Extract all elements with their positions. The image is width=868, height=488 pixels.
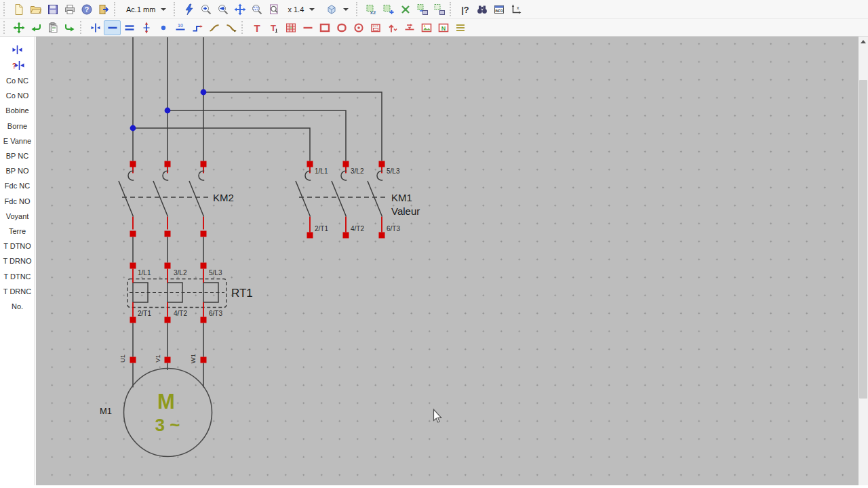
- undo-button[interactable]: [27, 20, 44, 35]
- toolbar-grip: [3, 21, 8, 34]
- view-3d-dropdown[interactable]: [320, 1, 354, 18]
- scrollbar-thumb[interactable]: [859, 80, 867, 399]
- palette-item-t-drno[interactable]: T DRNO: [0, 253, 35, 268]
- wire-step-button[interactable]: [189, 20, 205, 35]
- palette-item-t-dtnc[interactable]: T DTNC: [0, 268, 35, 283]
- lightning-icon: [183, 3, 195, 16]
- palette-item-fdc-no[interactable]: Fdc NO: [0, 194, 35, 209]
- junction-help-icon: ?: [10, 60, 24, 70]
- contactor-km1[interactable]: 1/L1 3/L2 5/L3 2/T1 4/T2 6/T3 KM1 Valeur: [296, 161, 420, 239]
- palette-item-no[interactable]: No.: [0, 299, 35, 314]
- exit-button[interactable]: [95, 2, 112, 17]
- arrow-up-button[interactable]: [384, 20, 401, 35]
- vertical-scrollbar[interactable]: [859, 37, 868, 485]
- cable-curve-left-button[interactable]: [205, 20, 222, 35]
- zoom-dropdown[interactable]: x 1.4: [282, 3, 320, 16]
- svg-text:FCT: FCT: [372, 24, 378, 28]
- find-button[interactable]: [473, 2, 490, 17]
- text-edit-button[interactable]: T: [265, 20, 282, 35]
- zoom-in-button[interactable]: [197, 2, 214, 17]
- import-block-button[interactable]: [431, 2, 448, 17]
- redraw-button[interactable]: [180, 2, 197, 17]
- cable-curve-left-icon: [208, 22, 220, 34]
- line-button[interactable]: [299, 20, 316, 35]
- palette-item-co-no[interactable]: Co NO: [0, 88, 35, 103]
- insert-junction-button[interactable]: [87, 20, 104, 35]
- palette-item-e-vanne[interactable]: E Vanne: [0, 134, 35, 148]
- layer-lines-button[interactable]: [452, 20, 469, 35]
- palette-item-borne[interactable]: Borne: [0, 119, 35, 134]
- rt1-terminal-label: 4/T2: [174, 310, 187, 317]
- toolbar-grip: [80, 21, 85, 34]
- move-button[interactable]: [10, 20, 27, 35]
- km1-terminal-label: 6/T3: [387, 225, 400, 232]
- svg-text:x2: x2: [370, 9, 376, 15]
- print-button[interactable]: [61, 2, 78, 17]
- thermal-relay-rt1[interactable]: 1/L1 3/L2 5/L3 2/T1 4/T2 6/T3 RT1: [127, 263, 253, 323]
- wire-arrow-button[interactable]: [401, 20, 418, 35]
- wire-horizontal-button[interactable]: [104, 20, 121, 35]
- export-block-button[interactable]: [414, 2, 431, 17]
- add-element-button[interactable]: [380, 2, 397, 17]
- open-file-button[interactable]: [27, 2, 44, 17]
- palette-item-voyant[interactable]: Voyant: [0, 209, 35, 224]
- motor-phase: 3 ~: [155, 415, 180, 435]
- paste-button[interactable]: [44, 20, 61, 35]
- drawing-canvas[interactable]: KM2 1/L1 3/L2 5/L3 2/T1 4/T2 6/T3 KM1 Va…: [36, 37, 859, 485]
- import-block-icon: [433, 3, 446, 16]
- delete-element-button[interactable]: [397, 2, 414, 17]
- help-button[interactable]: ?: [78, 2, 95, 17]
- palette-junction-tool[interactable]: [12, 42, 23, 58]
- wire-node-button[interactable]: [155, 20, 172, 35]
- palette-item-bobine[interactable]: Bobine: [0, 103, 35, 118]
- new-file-button[interactable]: [10, 2, 27, 17]
- scale-dropdown-value: Ac.1 mm: [126, 5, 155, 14]
- circle-button[interactable]: [350, 20, 367, 35]
- element-info-button[interactable]: INFO: [490, 2, 507, 17]
- scroll-up-button[interactable]: [859, 37, 868, 47]
- cable-curve-right-button[interactable]: [222, 20, 239, 35]
- zoom-page-button[interactable]: [265, 2, 282, 17]
- context-help-button[interactable]: |?: [456, 2, 473, 17]
- open-folder-icon: [30, 3, 42, 16]
- insert-image-button[interactable]: [418, 20, 435, 35]
- table-button[interactable]: [282, 20, 299, 35]
- zoom-previous-icon: [217, 3, 229, 16]
- contactor-km2[interactable]: KM2: [119, 161, 234, 237]
- palette-item-fdc-nc[interactable]: Fdc NC: [0, 178, 35, 193]
- redo-button[interactable]: [61, 20, 78, 35]
- km2-label: KM2: [213, 192, 234, 203]
- palette-item-t-drnc[interactable]: T DRNC: [0, 284, 35, 299]
- km1-terminal-label: 1/L1: [315, 167, 328, 175]
- add-element-icon: [382, 3, 395, 16]
- palette-item-bp-no[interactable]: BP NO: [0, 163, 35, 178]
- text-button[interactable]: T: [248, 20, 265, 35]
- svg-text:10: 10: [178, 23, 183, 28]
- numbering-button[interactable]: N: [435, 20, 452, 35]
- palette-item-co-nc[interactable]: Co NC: [0, 73, 35, 88]
- wire-vertical-button[interactable]: [138, 20, 155, 35]
- arrow-up-icon: [387, 22, 399, 34]
- wire-double-button[interactable]: [121, 20, 138, 35]
- zoom-window-button[interactable]: [248, 2, 265, 17]
- duplicate-x2-button[interactable]: x2: [363, 2, 380, 17]
- save-button[interactable]: [44, 2, 61, 17]
- wire-length-button[interactable]: 10: [172, 20, 189, 35]
- move-icon: [13, 22, 25, 34]
- info-window-icon: INFO: [493, 3, 505, 16]
- zoom-previous-button[interactable]: [214, 2, 231, 17]
- new-file-icon: [13, 3, 25, 16]
- rounded-rectangle-button[interactable]: [333, 20, 350, 35]
- rectangle-button[interactable]: [316, 20, 333, 35]
- palette-junction-help-tool[interactable]: ?: [10, 58, 24, 73]
- motor-m1[interactable]: U1 V1 W1 M 3 ~ M1: [100, 354, 212, 457]
- motor-terminal-label: V1: [154, 354, 161, 363]
- palette-item-bp-nc[interactable]: BP NC: [0, 148, 35, 163]
- function-box-button[interactable]: FCT: [367, 20, 384, 35]
- coordinates-button[interactable]: x: [507, 2, 524, 17]
- palette-item-terre[interactable]: Terre: [0, 224, 35, 239]
- scale-dropdown[interactable]: Ac.1 mm: [121, 3, 172, 16]
- palette-item-t-dtno[interactable]: T DTNO: [0, 239, 35, 253]
- pan-button[interactable]: [231, 2, 248, 17]
- rt1-terminal-label: 2/T1: [138, 310, 151, 317]
